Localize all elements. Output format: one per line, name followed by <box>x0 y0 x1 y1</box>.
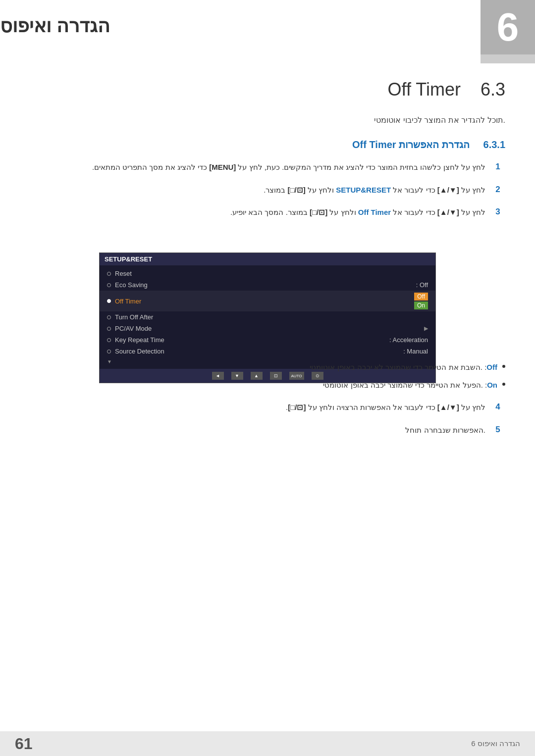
menu-label-keyrepeat: Key Repeat Time <box>115 336 251 344</box>
step-text-3: לחץ על [▼/▲] כדי לעבור אל Off Timer ולחץ… <box>30 206 485 219</box>
bullet-dot-on <box>502 383 505 386</box>
bullet-turnoffafter <box>107 315 111 319</box>
step-number-1: 1 <box>490 161 505 172</box>
menu-item-sourcedet: Source Detection : Manual <box>100 346 435 357</box>
menu-items-list: Reset Eco Saving : Off Off Timer Off On … <box>100 265 435 369</box>
bullet-pcav <box>107 327 111 331</box>
menu-item-offtimer: Off Timer Off On <box>100 291 435 311</box>
section-description: .תוכל להגדיר את המוצר לכיבוי אוטומטי <box>30 114 505 127</box>
section-title-text: Off Timer 6.3 <box>30 79 505 100</box>
bullets-section: Off: .השבת את הטיימר כדי שהמוצר לא יכבה … <box>30 361 505 397</box>
menu-value-keyrepeat: : Acceleration <box>389 336 428 344</box>
step-number-2: 2 <box>490 184 505 195</box>
footer-chapter-text: הגדרה ואיפוס 6 <box>471 739 520 748</box>
step-number-5: 5 <box>490 424 505 435</box>
menu-label-sourcedet: Source Detection <box>115 348 258 355</box>
step-4: 4 לחץ על [▼/▲] כדי לעבור אל האפשרות הרצו… <box>30 401 505 414</box>
step-number-4: 4 <box>490 401 505 412</box>
step-text-4: לחץ על [▼/▲] כדי לעבור אל האפשרות הרצויה… <box>30 401 485 414</box>
menu-label-eco: Eco Saving <box>115 281 264 289</box>
menu-item-pcav: PC/AV Mode ▶ <box>100 323 435 334</box>
chapter-header: הגדרה ואיפוס 6 <box>0 0 535 54</box>
menu-value-eco: : Off <box>416 281 428 289</box>
chapter-number: 6 <box>497 7 519 47</box>
bullet-text-off: Off: .השבת את הטיימר כדי שהמוצר לא יכבה … <box>310 361 497 373</box>
step-2: 2 לחץ על [▼/▲] כדי לעבור אל SETUP&RESET … <box>30 184 505 197</box>
footer: הגדרה ואיפוס 6 61 <box>0 731 535 756</box>
bullet-dot-off <box>502 365 505 368</box>
step-5: 5 .האפשרות שנבחרה תוחל <box>30 424 505 437</box>
section-title: Off Timer 6.3 <box>30 79 505 100</box>
step-text-1: לחץ על לחצן כלשהו בחזית המוצר כדי להציג … <box>30 161 485 174</box>
chapter-number-box: 6 <box>481 0 535 54</box>
menu-label-offtimer: Off Timer <box>115 298 262 305</box>
subsection-number: 6.3.1 <box>483 139 505 150</box>
bullet-on: On: .הפעל את הטיימר כדי שהמוצר יכבה באופ… <box>30 379 505 391</box>
step-text-5: .האפשרות שנבחרה תוחל <box>30 424 485 437</box>
bullet-reset <box>107 272 111 276</box>
subsection-label: הגדרת האפשרות Off Timer <box>352 139 470 150</box>
menu-item-turnoffafter: Turn Off After <box>100 311 435 323</box>
bullet-keyrepeat <box>107 338 111 342</box>
menu-label-pcav: PC/AV Mode <box>115 325 269 332</box>
subsection-title: 6.3.1 הגדרת האפשרות Off Timer <box>30 139 505 151</box>
menu-item-eco: Eco Saving : Off <box>100 279 435 291</box>
bullet-off: Off: .השבת את הטיימר כדי שהמוצר לא יכבה … <box>30 361 505 373</box>
pcav-arrow-icon: ▶ <box>424 325 428 332</box>
section-title-label: Off Timer <box>388 79 461 100</box>
menu-value-sourcedet: : Manual <box>403 348 428 355</box>
section-number: 6.3 <box>481 79 505 100</box>
menu-item-reset: Reset <box>100 268 435 279</box>
step-1: 1 לחץ על לחצן כלשהו בחזית המוצר כדי להצי… <box>30 161 505 174</box>
menu-value-offtimer-off: Off <box>414 293 428 301</box>
step-3: 3 לחץ על [▼/▲] כדי לעבור אל Off Timer ול… <box>30 206 505 219</box>
chapter-title: הגדרה ואיפוס <box>0 15 110 37</box>
steps-list: 1 לחץ על לחצן כלשהו בחזית המוצר כדי להצי… <box>30 161 505 229</box>
bullet-offtimer <box>107 299 111 303</box>
menu-title-bar: SETUP&RESET <box>100 253 435 265</box>
header-accent <box>481 54 535 63</box>
bullet-sourcedet <box>107 350 111 353</box>
footer-page-number: 61 <box>15 735 33 753</box>
menu-label-turnoffafter: Turn Off After <box>115 313 428 321</box>
step-number-3: 3 <box>490 206 505 217</box>
steps-continued: 4 לחץ על [▼/▲] כדי לעבור אל האפשרות הרצו… <box>30 401 505 446</box>
menu-value-offtimer-on: On <box>414 302 428 309</box>
bullet-eco <box>107 283 111 287</box>
step-text-2: לחץ על [▼/▲] כדי לעבור אל SETUP&RESET ול… <box>30 184 485 197</box>
bullet-text-on: On: .הפעל את הטיימר כדי שהמוצר יכבה באופ… <box>323 379 497 391</box>
menu-label-reset: Reset <box>115 270 428 277</box>
menu-item-keyrepeat: Key Repeat Time : Acceleration <box>100 334 435 346</box>
